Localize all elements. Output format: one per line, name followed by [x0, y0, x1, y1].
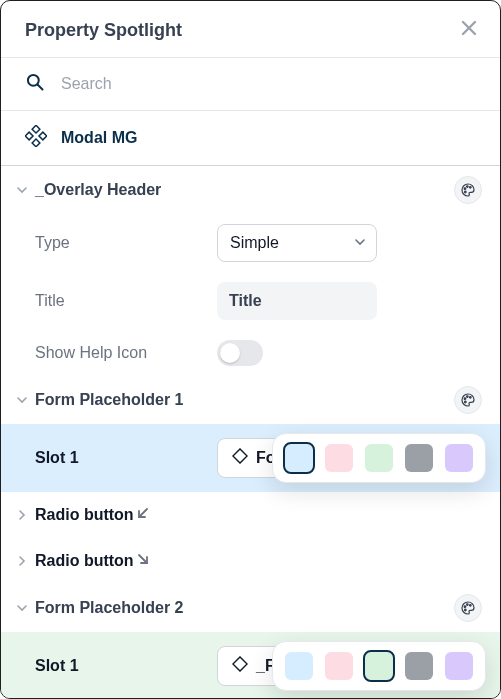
svg-line-1 [38, 85, 43, 90]
prop-label: Title [35, 292, 201, 310]
swatch-pink[interactable] [325, 444, 353, 472]
section-radio-1[interactable]: Radio button [1, 492, 500, 538]
palette-button[interactable] [454, 176, 482, 204]
search-row [1, 58, 500, 111]
search-input[interactable] [59, 74, 478, 94]
section-title: _Overlay Header [35, 181, 454, 199]
title-input[interactable]: Title [217, 282, 377, 320]
close-icon[interactable] [460, 19, 478, 41]
svg-point-15 [464, 606, 466, 608]
chevron-down-icon [15, 183, 29, 197]
instance-icon [232, 448, 248, 468]
svg-point-8 [470, 187, 472, 189]
svg-rect-4 [39, 132, 47, 140]
section-form-placeholder-1[interactable]: Form Placeholder 1 [1, 376, 500, 424]
svg-point-7 [467, 186, 469, 188]
svg-point-10 [464, 398, 466, 400]
title-input-value: Title [229, 292, 262, 310]
section-title: Radio button [35, 552, 134, 570]
swatch-pink[interactable] [325, 652, 353, 680]
palette-button[interactable] [454, 594, 482, 622]
arrow-se-icon [136, 552, 150, 570]
color-swatch-popover [272, 641, 486, 691]
svg-point-13 [465, 401, 467, 403]
swatch-purple[interactable] [445, 652, 473, 680]
svg-rect-2 [32, 125, 40, 133]
slot-row-form2: Slot 1 _Form [1, 632, 500, 699]
svg-rect-5 [32, 139, 40, 147]
arrow-sw-icon [136, 506, 150, 524]
search-icon [25, 72, 45, 96]
prop-title: Title Title [1, 272, 500, 330]
prop-type: Type Simple [1, 214, 500, 272]
prop-show-help: Show Help Icon [1, 330, 500, 376]
svg-rect-19 [233, 657, 247, 671]
svg-point-18 [465, 609, 467, 611]
svg-point-12 [470, 397, 472, 399]
property-spotlight-panel: Property Spotlight Modal MG _Overlay [0, 0, 501, 699]
chevron-down-icon [354, 234, 366, 252]
slot-label: Slot 1 [35, 657, 201, 675]
panel-title: Property Spotlight [25, 20, 182, 41]
chevron-right-icon [15, 508, 29, 522]
svg-rect-14 [233, 449, 247, 463]
swatch-gray[interactable] [405, 444, 433, 472]
chevron-down-icon [15, 393, 29, 407]
section-title: Radio button [35, 506, 134, 524]
show-help-toggle[interactable] [217, 340, 263, 366]
instance-icon [232, 656, 248, 676]
swatch-green[interactable] [365, 652, 393, 680]
component-bar: Modal MG [1, 111, 500, 166]
swatch-purple[interactable] [445, 444, 473, 472]
svg-rect-3 [25, 132, 33, 140]
section-radio-2[interactable]: Radio button [1, 538, 500, 584]
svg-point-11 [467, 396, 469, 398]
chevron-right-icon [15, 554, 29, 568]
panel-header: Property Spotlight [1, 1, 500, 58]
swatch-blue[interactable] [285, 444, 313, 472]
svg-point-9 [465, 191, 467, 193]
svg-point-16 [467, 604, 469, 606]
section-overlay-header[interactable]: _Overlay Header [1, 166, 500, 214]
slot-row-form1: Slot 1 Forms [1, 424, 500, 492]
prop-label: Show Help Icon [35, 344, 201, 362]
type-select[interactable]: Simple [217, 224, 377, 262]
swatch-gray[interactable] [405, 652, 433, 680]
swatch-blue[interactable] [285, 652, 313, 680]
svg-point-6 [464, 188, 466, 190]
chevron-down-icon [15, 601, 29, 615]
type-select-value: Simple [230, 234, 279, 252]
svg-point-17 [470, 605, 472, 607]
prop-label: Type [35, 234, 201, 252]
section-title: Form Placeholder 1 [35, 391, 454, 409]
component-name: Modal MG [61, 129, 137, 147]
section-form-placeholder-2[interactable]: Form Placeholder 2 [1, 584, 500, 632]
toggle-knob [220, 343, 240, 363]
slot-label: Slot 1 [35, 449, 201, 467]
section-title: Form Placeholder 2 [35, 599, 454, 617]
palette-button[interactable] [454, 386, 482, 414]
swatch-green[interactable] [365, 444, 393, 472]
color-swatch-popover [272, 433, 486, 483]
component-icon [25, 125, 47, 151]
